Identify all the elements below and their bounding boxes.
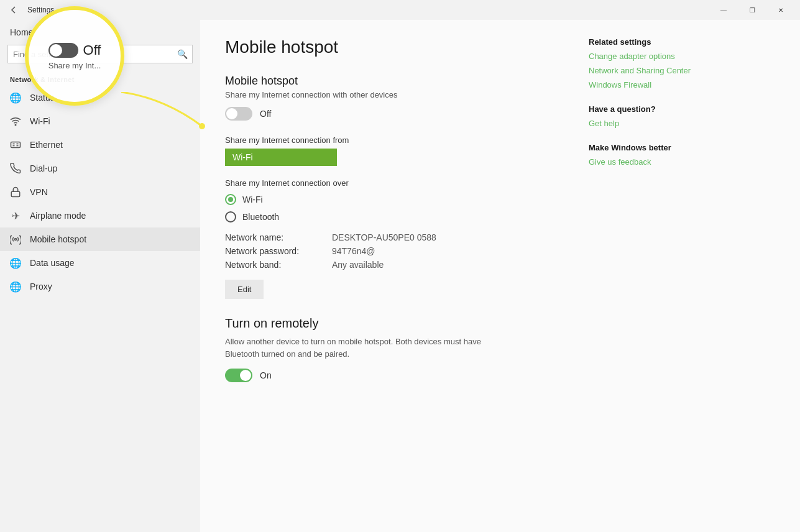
related-settings: Related settings Change adapter options … — [589, 37, 775, 89]
svg-rect-2 — [11, 191, 20, 196]
main-section-title: Mobile hotspot — [225, 75, 564, 88]
network-password-label: Network password: — [225, 246, 324, 256]
turn-on-desc: Allow another device to turn on mobile h… — [225, 336, 499, 360]
search-box: 🔍 — [7, 45, 193, 63]
sidebar-item-status[interactable]: 🌐 Status — [0, 86, 200, 109]
sidebar-item-label: VPN — [30, 187, 48, 197]
network-band-value: Any available — [332, 260, 384, 270]
dialup-icon — [10, 163, 21, 174]
radio-wifi-circle — [225, 194, 236, 205]
proxy-icon: 🌐 — [10, 281, 21, 292]
svg-point-3 — [15, 239, 17, 241]
wifi-icon — [10, 116, 21, 127]
content-aside: Related settings Change adapter options … — [589, 37, 775, 515]
sidebar-item-label: Ethernet — [30, 140, 63, 150]
connection-over-label: Share my Internet connection over — [225, 178, 564, 188]
app-body: Home 🔍 Network & Internet 🌐 Status Wi-Fi… — [0, 20, 800, 532]
status-icon: 🌐 — [10, 92, 21, 103]
title-bar-title: Settings — [27, 6, 54, 14]
radio-bluetooth[interactable]: Bluetooth — [225, 211, 564, 222]
remote-toggle-knob — [240, 370, 251, 381]
page-title: Mobile hotspot — [225, 37, 564, 57]
search-button[interactable]: 🔍 — [172, 45, 192, 63]
remote-toggle-row: On — [225, 369, 564, 382]
svg-point-0 — [15, 124, 16, 126]
svg-rect-1 — [11, 142, 21, 148]
network-band-label: Network band: — [225, 260, 324, 270]
restore-button[interactable]: ❐ — [738, 0, 766, 20]
vpn-icon — [10, 186, 21, 198]
get-help-link[interactable]: Get help — [589, 119, 775, 128]
content-area: Mobile hotspot Mobile hotspot Share my I… — [200, 20, 800, 532]
network-sharing-link[interactable]: Network and Sharing Center — [589, 66, 775, 75]
main-toggle-row: Off — [225, 107, 564, 121]
main-section-desc: Share my Internet connection with other … — [225, 90, 564, 99]
network-name-label: Network name: — [225, 232, 324, 242]
title-bar-controls: — ❐ ✕ — [709, 0, 795, 20]
have-question: Have a question? Get help — [589, 104, 775, 128]
sidebar-item-airplane[interactable]: ✈ Airplane mode — [0, 204, 200, 227]
network-name-value: DESKTOP-AU50PE0 0588 — [332, 232, 436, 242]
firewall-link[interactable]: Windows Firewall — [589, 80, 775, 89]
close-button[interactable]: ✕ — [766, 0, 795, 20]
radio-wifi[interactable]: Wi-Fi — [225, 194, 564, 205]
sidebar-item-label: Data usage — [30, 258, 75, 268]
radio-bluetooth-label: Bluetooth — [242, 212, 279, 222]
sidebar-item-dialup[interactable]: Dial-up — [0, 157, 200, 180]
change-adapter-link[interactable]: Change adapter options — [589, 52, 775, 61]
related-settings-title: Related settings — [589, 37, 775, 47]
sidebar-item-hotspot[interactable]: Mobile hotspot — [0, 227, 200, 251]
sidebar-item-label: Dial-up — [30, 163, 57, 173]
network-band-row: Network band: Any available — [225, 260, 564, 270]
radio-bluetooth-circle — [225, 211, 236, 222]
datausage-icon: 🌐 — [10, 257, 21, 268]
sidebar-section-title: Network & Internet — [0, 68, 200, 86]
sidebar-item-label: Proxy — [30, 282, 52, 291]
sidebar-item-label: Airplane mode — [30, 211, 86, 221]
sidebar-item-label: Status — [30, 93, 55, 103]
sidebar-item-label: Mobile hotspot — [30, 234, 86, 244]
network-password-row: Network password: 94T76n4@ — [225, 246, 564, 256]
minimize-button[interactable]: — — [709, 0, 738, 20]
sidebar-item-label: Wi-Fi — [30, 116, 50, 126]
sidebar: Home 🔍 Network & Internet 🌐 Status Wi-Fi… — [0, 20, 200, 532]
remote-hotspot-toggle[interactable] — [225, 369, 252, 382]
make-windows-title: Make Windows better — [589, 143, 775, 152]
connection-from-label: Share my Internet connection from — [225, 135, 564, 145]
sidebar-item-vpn[interactable]: VPN — [0, 180, 200, 204]
sidebar-item-wifi[interactable]: Wi-Fi — [0, 109, 200, 133]
sidebar-item-datausage[interactable]: 🌐 Data usage — [0, 251, 200, 275]
main-toggle-label: Off — [260, 109, 271, 119]
make-windows-better: Make Windows better Give us feedback — [589, 143, 775, 167]
search-input[interactable] — [8, 47, 172, 62]
sidebar-header: Home — [0, 22, 200, 40]
hotspot-icon — [10, 234, 21, 245]
connection-from-select[interactable]: Wi-Fi — [225, 149, 337, 166]
title-bar: Settings — ❐ ✕ — [0, 0, 800, 20]
airplane-icon: ✈ — [10, 210, 21, 221]
back-button[interactable] — [5, 1, 22, 19]
edit-button[interactable]: Edit — [225, 280, 264, 299]
have-question-title: Have a question? — [589, 104, 775, 114]
network-info: Network name: DESKTOP-AU50PE0 0588 Netwo… — [225, 232, 564, 270]
content-main: Mobile hotspot Mobile hotspot Share my I… — [225, 37, 564, 515]
toggle-knob — [226, 108, 237, 119]
feedback-link[interactable]: Give us feedback — [589, 157, 775, 167]
main-hotspot-toggle[interactable] — [225, 107, 252, 121]
turn-on-title: Turn on remotely — [225, 316, 564, 331]
network-password-value: 94T76n4@ — [332, 246, 375, 256]
sidebar-item-proxy[interactable]: 🌐 Proxy — [0, 275, 200, 298]
sidebar-item-ethernet[interactable]: Ethernet — [0, 133, 200, 157]
radio-wifi-label: Wi-Fi — [242, 195, 263, 204]
network-name-row: Network name: DESKTOP-AU50PE0 0588 — [225, 232, 564, 242]
ethernet-icon — [10, 139, 21, 150]
remote-toggle-label: On — [260, 370, 272, 380]
